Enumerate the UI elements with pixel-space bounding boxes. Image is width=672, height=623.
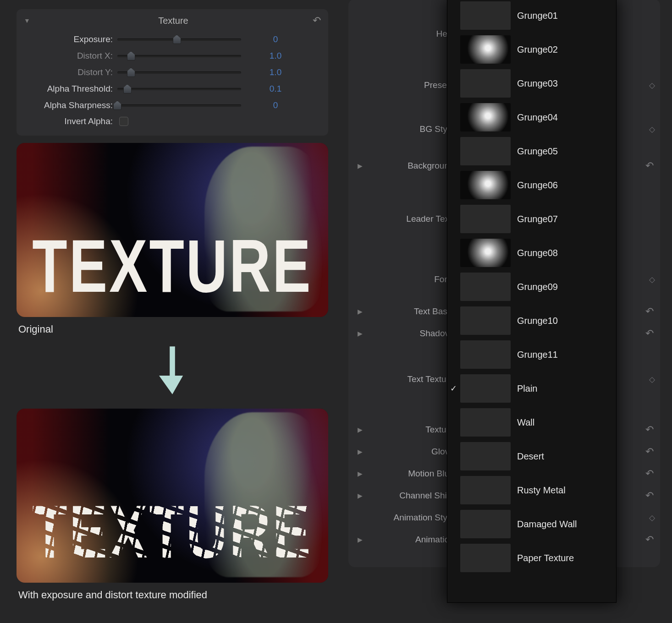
row-disclosure-icon[interactable]: ▶ — [358, 426, 368, 433]
texture-option-label: Grunge05 — [517, 146, 558, 157]
texture-option[interactable]: Desert — [447, 439, 616, 473]
texture-option-label: Grunge03 — [517, 78, 558, 89]
texture-option[interactable]: Damaged Wall — [447, 507, 616, 541]
row-disclosure-icon[interactable]: ▶ — [358, 470, 368, 477]
texture-thumbnail — [460, 510, 511, 538]
row-label: Animatio — [368, 535, 455, 545]
texture-thumbnail — [460, 340, 511, 369]
texture-option-label: Grunge11 — [517, 350, 558, 360]
stepper-icon[interactable]: ◇ — [645, 513, 654, 523]
row-label: Backgroun — [368, 161, 455, 171]
row-reset-icon[interactable]: ↶ — [641, 490, 654, 502]
row-label: Text Basi — [368, 306, 455, 317]
texture-option[interactable]: Grunge05 — [447, 134, 616, 168]
texture-thumbnail — [460, 544, 511, 572]
row-disclosure-icon[interactable]: ▶ — [358, 448, 368, 455]
texture-option[interactable]: Grunge01 — [447, 0, 616, 33]
texture-thumbnail — [460, 35, 511, 64]
texture-thumbnail — [460, 476, 511, 504]
invert-alpha-checkbox[interactable] — [119, 117, 128, 126]
row-disclosure-icon[interactable]: ▶ — [358, 536, 368, 543]
texture-option-label: Wall — [517, 417, 534, 428]
texture-option[interactable]: ✓Plain — [447, 372, 616, 405]
caption-original: Original — [18, 323, 328, 335]
row-reset-icon[interactable]: ↶ — [641, 306, 654, 317]
row-disclosure-icon[interactable]: ▶ — [358, 330, 368, 337]
texture-option[interactable]: Grunge07 — [447, 202, 616, 236]
texture-option-label: Grunge01 — [517, 11, 558, 21]
exposure-value[interactable]: 0 — [250, 34, 301, 44]
texture-option-label: Plain — [517, 383, 537, 394]
preview-modified: TEXTURE — [17, 409, 328, 583]
preview-text: TEXTURE — [17, 489, 328, 574]
stepper-icon[interactable]: ◇ — [645, 275, 654, 284]
texture-thumbnail — [460, 205, 511, 233]
texture-option[interactable]: Grunge03 — [447, 66, 616, 100]
exposure-slider[interactable] — [117, 34, 241, 45]
texture-option[interactable]: Grunge04 — [447, 100, 616, 134]
texture-panel: ▼ Texture ↶ Exposure: 0 Distort X: 1.0 D… — [17, 9, 328, 136]
row-reset-icon[interactable]: ↶ — [641, 446, 654, 458]
texture-thumbnail — [460, 273, 511, 301]
texture-option[interactable]: Paper Texture — [447, 541, 616, 575]
row-reset-icon[interactable]: ↶ — [641, 534, 654, 546]
texture-option[interactable]: Grunge08 — [447, 236, 616, 270]
distort-y-slider[interactable] — [117, 67, 241, 78]
texture-option-label: Grunge08 — [517, 248, 558, 258]
texture-option[interactable]: Grunge10 — [447, 304, 616, 338]
row-label: Motion Blu — [368, 469, 455, 479]
stepper-icon[interactable]: ◇ — [645, 81, 654, 90]
row-label: BG Styl — [368, 124, 455, 134]
row-reset-icon[interactable]: ↶ — [641, 328, 654, 339]
texture-dropdown-popup[interactable]: Grunge01Grunge02Grunge03Grunge04Grunge05… — [447, 0, 617, 603]
row-label: Animation Styl — [368, 513, 455, 523]
texture-option-label: Damaged Wall — [517, 519, 577, 530]
texture-option-label: Grunge02 — [517, 44, 558, 55]
row-disclosure-icon[interactable]: ▶ — [358, 162, 368, 169]
distort-x-value[interactable]: 1.0 — [250, 51, 301, 61]
texture-option[interactable]: Grunge02 — [447, 33, 616, 66]
row-reset-icon[interactable]: ↶ — [641, 468, 654, 480]
row-label: Leader Tex — [368, 214, 455, 224]
texture-thumbnail — [460, 374, 511, 403]
texture-option[interactable]: Rusty Metal — [447, 473, 616, 507]
row-reset-icon[interactable]: ↶ — [641, 424, 654, 436]
texture-option-label: Grunge07 — [517, 214, 558, 224]
panel-reset-icon[interactable]: ↶ — [313, 15, 321, 27]
distort-x-label: Distort X: — [24, 51, 117, 61]
check-icon: ✓ — [450, 383, 457, 393]
panel-disclosure-icon[interactable]: ▼ — [24, 17, 30, 24]
distort-y-value[interactable]: 1.0 — [250, 67, 301, 77]
alpha-sharpness-label: Alpha Sharpness: — [24, 100, 117, 110]
alpha-sharpness-value[interactable]: 0 — [250, 100, 301, 110]
row-label: Preset — [368, 80, 455, 90]
distort-y-label: Distort Y: — [24, 67, 117, 77]
texture-thumbnail — [460, 137, 511, 165]
row-label: Textur — [368, 425, 455, 435]
row-reset-icon[interactable]: ↶ — [641, 160, 654, 172]
stepper-icon[interactable]: ◇ — [645, 375, 654, 384]
texture-option[interactable]: Grunge06 — [447, 168, 616, 202]
distort-x-slider[interactable] — [117, 50, 241, 61]
texture-thumbnail — [460, 408, 511, 437]
texture-option-label: Grunge04 — [517, 112, 558, 123]
texture-option[interactable]: Wall — [447, 405, 616, 439]
alpha-threshold-label: Alpha Threshold: — [24, 84, 117, 94]
texture-thumbnail — [460, 1, 511, 30]
texture-option[interactable]: Grunge09 — [447, 270, 616, 304]
alpha-threshold-slider[interactable] — [117, 83, 241, 94]
alpha-threshold-value[interactable]: 0.1 — [250, 84, 301, 94]
preview-original: TEXTURE — [17, 143, 328, 317]
preview-text: TEXTURE — [17, 224, 328, 309]
caption-modified: With exposure and distort texture modifi… — [18, 589, 328, 601]
row-disclosure-icon[interactable]: ▶ — [358, 492, 368, 499]
alpha-sharpness-slider[interactable] — [117, 100, 241, 111]
arrow-down-icon — [17, 346, 328, 397]
texture-option[interactable]: Grunge11 — [447, 338, 616, 372]
row-label: Glov — [368, 447, 455, 457]
row-disclosure-icon[interactable]: ▶ — [358, 308, 368, 315]
panel-title: Texture — [34, 16, 313, 26]
texture-option-label: Rusty Metal — [517, 485, 566, 496]
row-label: Fon — [368, 274, 455, 284]
stepper-icon[interactable]: ◇ — [645, 125, 654, 134]
